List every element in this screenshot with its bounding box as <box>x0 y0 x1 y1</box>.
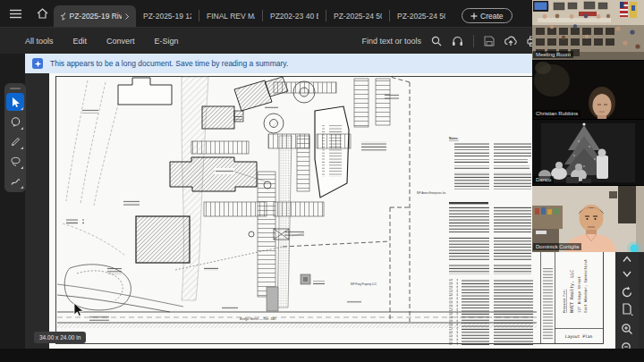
notes-column <box>449 143 533 345</box>
hamburger-menu-icon[interactable] <box>5 4 25 23</box>
tab-final-rev[interactable]: FINAL REV MARK... <box>199 5 262 27</box>
parcel-label-pong: N/F Pong Property LLC <box>351 282 377 286</box>
document-canvas[interactable]: Bridge Street — Rte. 140 N/F Annex Enter… <box>49 73 615 349</box>
participant-name: Danco <box>533 176 554 183</box>
pencil-tool-icon[interactable] <box>6 132 24 150</box>
search-icon[interactable] <box>431 36 442 46</box>
read-aloud-icon[interactable] <box>452 36 463 46</box>
comment-tool-icon[interactable] <box>6 113 24 130</box>
cloud-upload-icon[interactable] <box>504 36 517 46</box>
find-text-label[interactable]: Find text or tools <box>361 37 421 46</box>
site-city: East Windsor, Connecticut <box>583 258 588 313</box>
select-tool-icon[interactable] <box>6 93 24 111</box>
building-label-lines <box>322 125 342 177</box>
export-pdf-icon[interactable] <box>620 302 634 316</box>
tab-40-barber[interactable]: PZ202-23 40 Barb... <box>263 5 326 27</box>
tab-50-bor-1[interactable]: PZ-2025-24 50 Bor... <box>326 5 389 27</box>
mouse-cursor <box>72 302 84 318</box>
toolbar-divider <box>473 35 474 47</box>
parcel-label-annex: N/F Annex Enterprises Inc. <box>417 191 446 195</box>
bottom-bar <box>0 349 644 362</box>
road-label: Bridge Street — Rte. 140 <box>240 317 275 321</box>
palette-drag-handle[interactable] <box>10 88 21 89</box>
page-size-badge: 34.00 x 24.00 in <box>34 332 86 343</box>
tab-127-bridge[interactable]: PZ-2025-19 127 Bri... <box>136 5 199 27</box>
contour-lines <box>63 80 125 256</box>
menu-esign[interactable]: E-Sign <box>155 37 179 46</box>
video-sidebar: Meeting Room Christian Robbins <box>532 0 644 252</box>
save-icon[interactable] <box>484 36 495 46</box>
home-icon[interactable] <box>32 4 52 23</box>
sheet-title: Layout Plan <box>565 334 593 339</box>
zoom-in-icon[interactable] <box>620 322 634 336</box>
tab-river-point[interactable]: PZ-2025-19 River Point... <box>54 5 136 27</box>
close-tab-icon[interactable] <box>125 13 129 20</box>
video-tile-danco[interactable]: Danco <box>532 120 644 185</box>
participant-name: Christian Robbins <box>533 110 580 117</box>
previous-page-icon[interactable] <box>620 252 634 266</box>
participant-name: Meeting Room <box>533 51 573 58</box>
menu-convert[interactable]: Convert <box>106 37 135 46</box>
lasso-tool-icon[interactable] <box>6 152 24 170</box>
drive-aisle <box>277 136 292 307</box>
next-page-icon[interactable] <box>620 266 634 281</box>
us-flag <box>620 2 628 17</box>
notes-heading: Notes: <box>449 137 459 140</box>
banner-message: This appears to be a long document. Save… <box>50 59 288 68</box>
create-button[interactable]: Create <box>462 8 513 23</box>
tab-50-bor-2[interactable]: PZ-2025-24 50 Bor... <box>390 5 453 27</box>
star-icon[interactable] <box>61 13 65 21</box>
video-tile-christian-robbins[interactable]: Christian Robbins <box>532 61 644 119</box>
title-block: Prepared For: NYET Realty, LLC 127 Bridg… <box>543 258 592 340</box>
plus-icon <box>470 13 478 20</box>
tab-label: PZ-2025-19 River Point... <box>69 12 121 21</box>
client-name: NYET Realty, LLC <box>569 270 575 313</box>
screen: PZ-2025-19 River Point... PZ-2025-19 127… <box>0 0 644 362</box>
menu-all-tools[interactable]: All tools <box>25 37 54 46</box>
prepared-for-label: Prepared For: <box>563 289 566 313</box>
menu-edit[interactable]: Edit <box>73 37 88 46</box>
site-address: 127 Bridge Street <box>577 275 581 313</box>
participant-name: Dominick Cortiglia <box>533 243 581 250</box>
sign-tool-icon[interactable] <box>6 172 24 189</box>
ai-assistant-icon <box>32 58 43 69</box>
video-tile-dominick[interactable]: Dominick Cortiglia <box>532 186 644 252</box>
rotate-page-icon[interactable] <box>620 285 634 299</box>
video-tile-meeting-room[interactable]: Meeting Room <box>532 0 644 60</box>
tool-palette <box>4 83 26 192</box>
tv-screen <box>533 1 548 12</box>
